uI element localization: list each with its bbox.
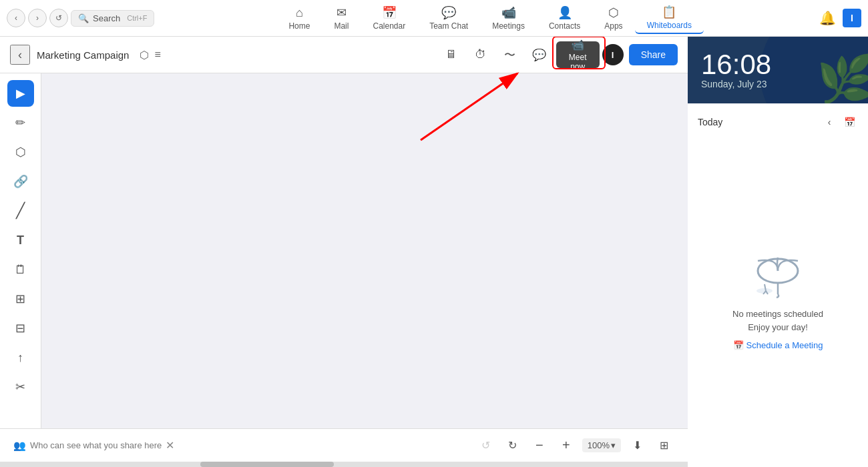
nav-item-meetings[interactable]: 📹 Meetings: [480, 3, 537, 33]
timer-icon: ⏱: [475, 48, 486, 61]
menu-icon[interactable]: ≡: [154, 49, 160, 61]
flow-button[interactable]: 〜: [499, 43, 521, 66]
calendar-prev-icon: ‹: [828, 117, 831, 127]
share-button[interactable]: Share: [629, 44, 678, 65]
meet-now-label: Meet now: [562, 53, 594, 71]
whiteboards-icon: 📋: [662, 5, 676, 19]
comment-icon: 💬: [532, 48, 546, 62]
text-tool-button[interactable]: T: [7, 227, 34, 254]
nav-history-controls: ‹ › ↺ 🔍 Search Ctrl+F: [7, 9, 154, 27]
fullscreen-button[interactable]: ⊞: [653, 435, 674, 456]
forward-icon: ›: [36, 13, 39, 23]
advanced-tool-button[interactable]: ✂: [7, 374, 34, 400]
line-tool-button[interactable]: ╱: [7, 197, 34, 224]
back-icon: ‹: [15, 13, 17, 23]
zoom-in-button[interactable]: +: [556, 435, 577, 456]
no-meetings-line2: Enjoy your day!: [732, 321, 823, 334]
horizontal-scrollbar[interactable]: [0, 462, 688, 467]
sticky-tool-icon: 🗒: [15, 263, 27, 277]
nav-item-apps-label: Apps: [604, 21, 622, 31]
nav-item-home-label: Home: [288, 21, 310, 31]
no-meetings-area: No meetings scheduled Enjoy your day! 📅 …: [719, 141, 837, 457]
nav-items: ⌂ Home ✉ Mail 📅 Calendar 💬 Team Chat 📹 M…: [168, 2, 813, 34]
shapes-tool-button[interactable]: ⬡: [7, 139, 34, 165]
top-navigation: ‹ › ↺ 🔍 Search Ctrl+F ⌂ Home ✉ Mail 📅 Ca…: [0, 0, 868, 37]
calendar-nav: ‹ 📅: [821, 113, 858, 131]
fullscreen-icon: ⊞: [660, 439, 668, 452]
frame-tool-button[interactable]: ⊞: [7, 286, 34, 312]
nav-item-apps[interactable]: ⬡ Apps: [592, 3, 634, 33]
nav-item-contacts-label: Contacts: [549, 21, 580, 31]
open-external-icon[interactable]: ⬡: [140, 49, 149, 61]
zoom-in-icon: +: [562, 438, 570, 453]
apps-icon: ⬡: [608, 5, 619, 20]
whiteboard-title-actions: ⬡ ≡: [140, 49, 160, 61]
save-to-device-button[interactable]: ⬇: [626, 435, 648, 456]
sharing-info-text: Who can see what you share here: [30, 440, 162, 450]
nav-item-team-chat-label: Team Chat: [429, 21, 468, 31]
undo-button[interactable]: ↺: [475, 435, 497, 456]
main-content: ‹ Marketing Campaign ⬡ ≡ 🖥 ⏱ 〜 💬: [0, 37, 868, 467]
search-bar[interactable]: 🔍 Search Ctrl+F: [71, 10, 154, 27]
pencil-tool-icon: ✏: [15, 115, 25, 130]
no-meetings-line1: No meetings scheduled: [732, 308, 823, 321]
select-tool-icon: ▶: [16, 86, 25, 101]
calendar-panel: 🌿 16:08 Sunday, July 23 Today ‹ 📅: [688, 37, 868, 467]
comment-button[interactable]: 💬: [528, 43, 551, 66]
present-icon: 🖥: [445, 48, 457, 61]
notification-bell-icon[interactable]: 🔔: [819, 10, 836, 26]
present-button[interactable]: 🖥: [440, 43, 463, 66]
schedule-meeting-label: Schedule a Meeting: [746, 340, 823, 350]
connector-tool-icon: 🔗: [13, 174, 28, 189]
undo-icon: ↺: [481, 439, 490, 452]
nav-item-calendar[interactable]: 📅 Calendar: [361, 3, 417, 33]
table-tool-button[interactable]: ⊟: [7, 315, 34, 342]
nav-item-calendar-label: Calendar: [373, 21, 405, 31]
upload-tool-button[interactable]: ↑: [7, 344, 34, 371]
connector-tool-button[interactable]: 🔗: [7, 168, 34, 195]
calendar-icon: 📅: [382, 5, 397, 20]
redo-button[interactable]: ↻: [502, 435, 523, 456]
calendar-date: Sunday, July 23: [701, 79, 767, 89]
no-meetings-text: No meetings scheduled Enjoy your day!: [732, 308, 823, 334]
nav-forward-button[interactable]: ›: [28, 9, 47, 27]
team-chat-icon: 💬: [441, 5, 456, 20]
timer-button[interactable]: ⏱: [469, 43, 492, 66]
frame-tool-icon: ⊞: [15, 292, 25, 306]
nav-item-team-chat[interactable]: 💬 Team Chat: [417, 3, 480, 33]
scroll-thumb[interactable]: [200, 462, 334, 467]
pencil-tool-button[interactable]: ✏: [7, 109, 34, 136]
nav-item-contacts[interactable]: 👤 Contacts: [537, 3, 592, 33]
select-tool-button[interactable]: ▶: [7, 80, 34, 107]
text-tool-icon: T: [17, 234, 24, 248]
contacts-icon: 👤: [558, 5, 572, 20]
search-shortcut: Ctrl+F: [127, 14, 147, 22]
whiteboard-canvas[interactable]: [41, 73, 688, 428]
zoom-out-button[interactable]: −: [529, 435, 550, 456]
meet-now-button[interactable]: 📹 Meet now: [556, 41, 600, 68]
nav-item-home[interactable]: ⌂ Home: [276, 3, 322, 33]
wb-toolbar-right: 💬 📹 Meet now I Share: [528, 41, 678, 68]
zoom-level-indicator[interactable]: 100% ▾: [582, 438, 621, 452]
meet-now-container: 📹 Meet now I: [556, 41, 624, 68]
mail-icon: ✉: [337, 5, 347, 20]
whiteboard-back-button[interactable]: ‹: [10, 45, 30, 65]
zoom-out-icon: −: [535, 438, 544, 453]
user-avatar[interactable]: I: [843, 9, 861, 27]
sticky-tool-button[interactable]: 🗒: [7, 256, 34, 283]
zoom-chevron-icon: ▾: [611, 440, 616, 450]
schedule-meeting-link[interactable]: 📅 Schedule a Meeting: [733, 340, 823, 350]
line-tool-icon: ╱: [16, 202, 25, 219]
nav-item-whiteboards[interactable]: 📋 Whiteboards: [635, 2, 704, 34]
flow-icon: 〜: [504, 47, 515, 63]
nav-refresh-button[interactable]: ↺: [49, 9, 68, 27]
zoom-level-value: 100%: [588, 440, 610, 450]
zoom-controls: ↺ ↻ − + 100% ▾ ⬇ ⊞: [475, 435, 674, 456]
calendar-header: 🌿 16:08 Sunday, July 23: [688, 37, 868, 103]
calendar-view-button[interactable]: 📅: [841, 113, 858, 131]
whiteboard-toolbar: ‹ Marketing Campaign ⬡ ≡ 🖥 ⏱ 〜 💬: [0, 37, 688, 73]
sharing-info-close-button[interactable]: ✕: [166, 439, 174, 452]
nav-back-button[interactable]: ‹: [7, 9, 25, 27]
nav-item-mail[interactable]: ✉ Mail: [322, 3, 361, 33]
calendar-prev-button[interactable]: ‹: [821, 113, 838, 131]
